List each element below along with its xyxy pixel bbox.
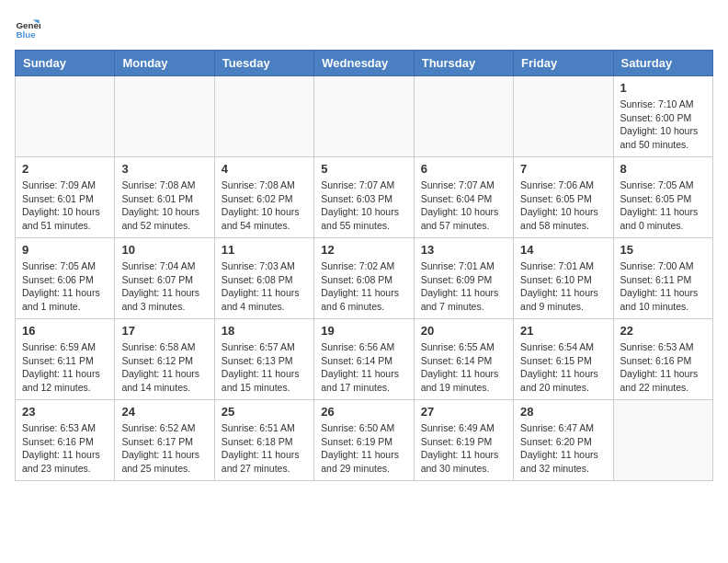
calendar-cell: 8Sunrise: 7:05 AM Sunset: 6:05 PM Daylig… bbox=[613, 157, 712, 238]
calendar-cell: 28Sunrise: 6:47 AM Sunset: 6:20 PM Dayli… bbox=[514, 400, 613, 481]
svg-text:Blue: Blue bbox=[16, 29, 36, 40]
calendar-cell: 3Sunrise: 7:08 AM Sunset: 6:01 PM Daylig… bbox=[115, 157, 214, 238]
day-number: 27 bbox=[421, 405, 506, 419]
calendar-week-3: 9Sunrise: 7:05 AM Sunset: 6:06 PM Daylig… bbox=[16, 238, 713, 319]
day-number: 10 bbox=[121, 243, 207, 257]
day-number: 3 bbox=[121, 162, 207, 176]
calendar-cell bbox=[514, 76, 613, 157]
day-number: 6 bbox=[421, 162, 506, 176]
day-number: 13 bbox=[421, 243, 506, 257]
day-info: Sunrise: 7:04 AM Sunset: 6:07 PM Dayligh… bbox=[121, 259, 207, 314]
day-number: 12 bbox=[321, 243, 406, 257]
calendar-cell: 25Sunrise: 6:51 AM Sunset: 6:18 PM Dayli… bbox=[214, 400, 313, 481]
calendar-cell: 4Sunrise: 7:08 AM Sunset: 6:02 PM Daylig… bbox=[214, 157, 313, 238]
day-info: Sunrise: 6:51 AM Sunset: 6:18 PM Dayligh… bbox=[222, 421, 307, 476]
day-info: Sunrise: 6:57 AM Sunset: 6:13 PM Dayligh… bbox=[222, 340, 307, 395]
day-number: 11 bbox=[222, 243, 307, 257]
day-number: 1 bbox=[620, 81, 706, 95]
day-number: 18 bbox=[222, 324, 307, 338]
day-number: 26 bbox=[321, 405, 406, 419]
calendar-cell: 23Sunrise: 6:53 AM Sunset: 6:16 PM Dayli… bbox=[16, 400, 115, 481]
day-info: Sunrise: 7:02 AM Sunset: 6:08 PM Dayligh… bbox=[321, 259, 406, 314]
page-header: General Blue bbox=[15, 15, 713, 40]
weekday-header-tuesday: Tuesday bbox=[214, 51, 313, 76]
weekday-header-friday: Friday bbox=[514, 51, 613, 76]
calendar-header-row: SundayMondayTuesdayWednesdayThursdayFrid… bbox=[16, 51, 713, 76]
calendar-cell: 19Sunrise: 6:56 AM Sunset: 6:14 PM Dayli… bbox=[314, 319, 414, 400]
day-info: Sunrise: 6:47 AM Sunset: 6:20 PM Dayligh… bbox=[520, 421, 606, 476]
calendar-table: SundayMondayTuesdayWednesdayThursdayFrid… bbox=[15, 50, 713, 481]
calendar-cell: 6Sunrise: 7:07 AM Sunset: 6:04 PM Daylig… bbox=[414, 157, 513, 238]
calendar-cell: 27Sunrise: 6:49 AM Sunset: 6:19 PM Dayli… bbox=[414, 400, 513, 481]
day-info: Sunrise: 6:56 AM Sunset: 6:14 PM Dayligh… bbox=[321, 340, 406, 395]
day-info: Sunrise: 7:07 AM Sunset: 6:03 PM Dayligh… bbox=[321, 178, 406, 233]
calendar-week-5: 23Sunrise: 6:53 AM Sunset: 6:16 PM Dayli… bbox=[16, 400, 713, 481]
calendar-cell bbox=[214, 76, 313, 157]
day-info: Sunrise: 6:54 AM Sunset: 6:15 PM Dayligh… bbox=[520, 340, 606, 395]
calendar-cell: 7Sunrise: 7:06 AM Sunset: 6:05 PM Daylig… bbox=[514, 157, 613, 238]
calendar-week-4: 16Sunrise: 6:59 AM Sunset: 6:11 PM Dayli… bbox=[16, 319, 713, 400]
calendar-cell: 13Sunrise: 7:01 AM Sunset: 6:09 PM Dayli… bbox=[414, 238, 513, 319]
calendar-cell: 26Sunrise: 6:50 AM Sunset: 6:19 PM Dayli… bbox=[314, 400, 414, 481]
day-info: Sunrise: 7:08 AM Sunset: 6:01 PM Dayligh… bbox=[121, 178, 207, 233]
calendar-cell: 16Sunrise: 6:59 AM Sunset: 6:11 PM Dayli… bbox=[16, 319, 115, 400]
calendar-cell: 14Sunrise: 7:01 AM Sunset: 6:10 PM Dayli… bbox=[514, 238, 613, 319]
calendar-cell bbox=[16, 76, 115, 157]
day-info: Sunrise: 6:49 AM Sunset: 6:19 PM Dayligh… bbox=[421, 421, 506, 476]
day-number: 17 bbox=[121, 324, 207, 338]
day-info: Sunrise: 7:09 AM Sunset: 6:01 PM Dayligh… bbox=[22, 178, 108, 233]
day-number: 8 bbox=[620, 162, 706, 176]
calendar-cell: 18Sunrise: 6:57 AM Sunset: 6:13 PM Dayli… bbox=[214, 319, 313, 400]
calendar-week-1: 1Sunrise: 7:10 AM Sunset: 6:00 PM Daylig… bbox=[16, 76, 713, 157]
day-info: Sunrise: 7:05 AM Sunset: 6:06 PM Dayligh… bbox=[22, 259, 108, 314]
day-number: 28 bbox=[520, 405, 606, 419]
day-number: 23 bbox=[22, 405, 108, 419]
calendar-cell: 11Sunrise: 7:03 AM Sunset: 6:08 PM Dayli… bbox=[214, 238, 313, 319]
day-number: 5 bbox=[321, 162, 406, 176]
day-info: Sunrise: 6:53 AM Sunset: 6:16 PM Dayligh… bbox=[620, 340, 706, 395]
day-info: Sunrise: 6:55 AM Sunset: 6:14 PM Dayligh… bbox=[421, 340, 506, 395]
day-number: 20 bbox=[421, 324, 506, 338]
calendar-cell: 17Sunrise: 6:58 AM Sunset: 6:12 PM Dayli… bbox=[115, 319, 214, 400]
calendar-cell: 24Sunrise: 6:52 AM Sunset: 6:17 PM Dayli… bbox=[115, 400, 214, 481]
day-info: Sunrise: 7:05 AM Sunset: 6:05 PM Dayligh… bbox=[620, 178, 706, 233]
weekday-header-thursday: Thursday bbox=[414, 51, 513, 76]
calendar-cell: 12Sunrise: 7:02 AM Sunset: 6:08 PM Dayli… bbox=[314, 238, 414, 319]
day-info: Sunrise: 7:01 AM Sunset: 6:09 PM Dayligh… bbox=[421, 259, 506, 314]
day-number: 9 bbox=[22, 243, 108, 257]
day-number: 16 bbox=[22, 324, 108, 338]
day-number: 19 bbox=[321, 324, 406, 338]
calendar-cell: 1Sunrise: 7:10 AM Sunset: 6:00 PM Daylig… bbox=[613, 76, 712, 157]
day-info: Sunrise: 6:58 AM Sunset: 6:12 PM Dayligh… bbox=[121, 340, 207, 395]
weekday-header-monday: Monday bbox=[115, 51, 214, 76]
calendar-cell: 2Sunrise: 7:09 AM Sunset: 6:01 PM Daylig… bbox=[16, 157, 115, 238]
weekday-header-wednesday: Wednesday bbox=[314, 51, 414, 76]
day-number: 4 bbox=[222, 162, 307, 176]
day-info: Sunrise: 7:06 AM Sunset: 6:05 PM Dayligh… bbox=[520, 178, 606, 233]
day-info: Sunrise: 6:50 AM Sunset: 6:19 PM Dayligh… bbox=[321, 421, 406, 476]
weekday-header-saturday: Saturday bbox=[613, 51, 712, 76]
calendar-week-2: 2Sunrise: 7:09 AM Sunset: 6:01 PM Daylig… bbox=[16, 157, 713, 238]
logo-icon: General Blue bbox=[15, 15, 40, 40]
day-info: Sunrise: 7:07 AM Sunset: 6:04 PM Dayligh… bbox=[421, 178, 506, 233]
calendar-cell: 22Sunrise: 6:53 AM Sunset: 6:16 PM Dayli… bbox=[613, 319, 712, 400]
day-number: 22 bbox=[620, 324, 706, 338]
day-number: 14 bbox=[520, 243, 606, 257]
calendar-body: 1Sunrise: 7:10 AM Sunset: 6:00 PM Daylig… bbox=[16, 76, 713, 481]
day-number: 25 bbox=[222, 405, 307, 419]
day-number: 21 bbox=[520, 324, 606, 338]
day-info: Sunrise: 7:01 AM Sunset: 6:10 PM Dayligh… bbox=[520, 259, 606, 314]
calendar-cell bbox=[115, 76, 214, 157]
day-number: 2 bbox=[22, 162, 108, 176]
logo: General Blue bbox=[15, 15, 44, 40]
calendar-cell: 15Sunrise: 7:00 AM Sunset: 6:11 PM Dayli… bbox=[613, 238, 712, 319]
day-info: Sunrise: 7:08 AM Sunset: 6:02 PM Dayligh… bbox=[222, 178, 307, 233]
day-info: Sunrise: 7:03 AM Sunset: 6:08 PM Dayligh… bbox=[222, 259, 307, 314]
calendar-cell bbox=[613, 400, 712, 481]
calendar-cell: 20Sunrise: 6:55 AM Sunset: 6:14 PM Dayli… bbox=[414, 319, 513, 400]
day-number: 15 bbox=[620, 243, 706, 257]
day-info: Sunrise: 7:10 AM Sunset: 6:00 PM Dayligh… bbox=[620, 98, 706, 152]
calendar-cell bbox=[314, 76, 414, 157]
day-number: 24 bbox=[121, 405, 207, 419]
calendar-cell: 5Sunrise: 7:07 AM Sunset: 6:03 PM Daylig… bbox=[314, 157, 414, 238]
